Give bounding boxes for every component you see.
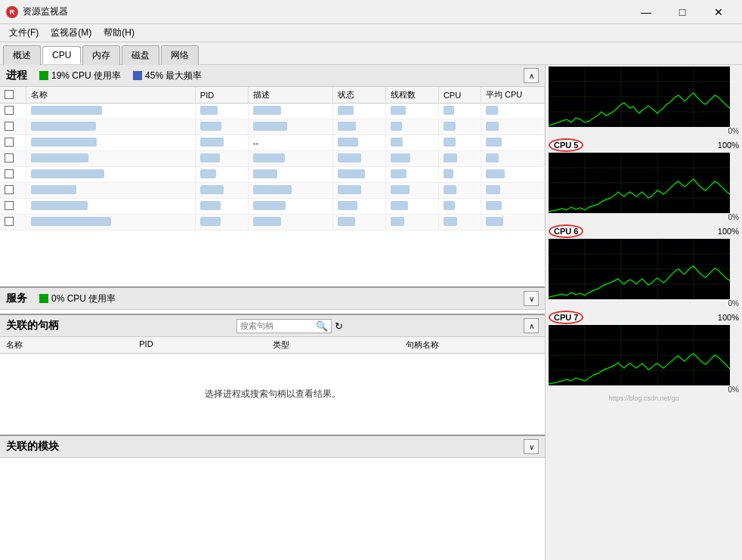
- maximize-button[interactable]: □: [665, 2, 700, 23]
- modules-section-header[interactable]: 关联的模块 ∨: [0, 436, 545, 458]
- cpu7-bottom-pct: 0%: [549, 385, 739, 394]
- tab-network[interactable]: 网络: [161, 45, 199, 65]
- left-panel: 进程 19% CPU 使用率 45% 最大频率 ∧: [0, 65, 546, 560]
- table-row[interactable]: [0, 215, 545, 230]
- table-row[interactable]: [0, 151, 545, 167]
- col-threads[interactable]: 线程数: [385, 87, 438, 104]
- search-icon[interactable]: 🔍: [316, 320, 328, 332]
- handles-table-header: 名称 PID 类型 句柄名称: [0, 337, 545, 354]
- cpu5-bottom-pct: 0%: [549, 213, 739, 221]
- refresh-icon[interactable]: ↻: [335, 320, 343, 332]
- table-row[interactable]: --: [0, 135, 545, 151]
- cpu6-top-pct: 100%: [718, 227, 739, 236]
- col-pid[interactable]: PID: [195, 87, 248, 104]
- watermark: https://blog.csdn.net/go: [549, 394, 739, 403]
- handles-col-name: 名称: [6, 339, 139, 351]
- handles-empty-text: 选择进程或搜索句柄以查看结果。: [205, 388, 341, 401]
- blurred-cell: [391, 201, 408, 210]
- col-status[interactable]: 状态: [332, 87, 385, 104]
- cell-value: --: [248, 135, 332, 151]
- handles-collapse-btn[interactable]: ∧: [524, 318, 539, 333]
- tab-disk[interactable]: 磁盘: [122, 45, 159, 65]
- cpu-graph-pct-top: 0%: [549, 127, 739, 135]
- minimize-button[interactable]: —: [629, 2, 663, 23]
- handles-empty-message: 选择进程或搜索句柄以查看结果。: [0, 354, 545, 435]
- table-row[interactable]: [0, 199, 545, 215]
- col-desc[interactable]: 描述: [248, 87, 332, 104]
- col-cpu[interactable]: CPU: [438, 87, 481, 104]
- blurred-cell: [486, 138, 502, 147]
- cpu-graph-svg-top: [549, 67, 730, 127]
- main-container: 进程 19% CPU 使用率 45% 最大频率 ∧: [0, 65, 742, 560]
- blurred-cell: [486, 185, 500, 194]
- services-title: 服务: [6, 292, 27, 305]
- services-stats: 0% CPU 使用率: [39, 292, 524, 305]
- process-collapse-btn[interactable]: ∧: [524, 68, 539, 83]
- blurred-cell: [200, 153, 221, 162]
- blurred-cell: [200, 169, 216, 178]
- blurred-cell: [253, 217, 281, 226]
- row-checkbox[interactable]: [5, 138, 14, 147]
- search-box[interactable]: 🔍: [237, 319, 332, 333]
- col-checkbox[interactable]: [0, 87, 26, 104]
- service-cpu-label: 0% CPU 使用率: [51, 292, 116, 305]
- blurred-cell: [253, 153, 286, 162]
- blurred-cell: [31, 106, 102, 115]
- row-checkbox[interactable]: [5, 153, 14, 162]
- blurred-cell: [391, 106, 406, 115]
- blurred-cell: [444, 153, 457, 162]
- cpu7-label-row: CPU 7 100%: [549, 311, 739, 324]
- blurred-cell: [391, 122, 402, 131]
- title-bar: R 资源监视器 — □ ✕: [0, 0, 742, 24]
- tab-memory[interactable]: 内存: [82, 45, 120, 65]
- tab-cpu[interactable]: CPU: [42, 46, 81, 64]
- row-checkbox[interactable]: [5, 185, 14, 194]
- row-checkbox[interactable]: [5, 217, 14, 226]
- menu-monitor[interactable]: 监视器(M): [45, 25, 97, 41]
- col-avg-cpu[interactable]: 平均 CPU: [481, 87, 544, 104]
- cpu-graph-canvas-5: [549, 153, 730, 213]
- cpu-graph-7: CPU 7 100% 0% https://blog.csdn.net/g: [546, 309, 742, 404]
- services-collapse-btn[interactable]: ∨: [524, 291, 539, 306]
- search-input[interactable]: [240, 321, 316, 330]
- right-panel: 0% CPU 5 100%: [546, 65, 742, 560]
- title-bar-left: R 资源监视器: [6, 5, 68, 18]
- process-section-header[interactable]: 进程 19% CPU 使用率 45% 最大频率 ∧: [0, 65, 545, 87]
- modules-collapse-btn[interactable]: ∨: [524, 439, 539, 454]
- services-section-header[interactable]: 服务 0% CPU 使用率 ∨: [0, 288, 545, 310]
- cpu-graph-svg-7: [549, 325, 730, 385]
- blurred-cell: [391, 153, 410, 162]
- window-controls[interactable]: — □ ✕: [629, 2, 736, 23]
- blurred-cell: [31, 169, 104, 178]
- process-table-container[interactable]: 名称 PID 描述 状态 线程数 CPU 平均 CPU --: [0, 87, 545, 286]
- blurred-cell: [338, 122, 357, 131]
- col-name[interactable]: 名称: [26, 87, 195, 104]
- blurred-cell: [444, 217, 457, 226]
- blurred-cell: [200, 138, 224, 147]
- blurred-cell: [200, 217, 221, 226]
- table-row[interactable]: [0, 183, 545, 199]
- menu-help[interactable]: 帮助(H): [97, 25, 141, 41]
- blurred-cell: [31, 153, 88, 162]
- process-stats: 19% CPU 使用率 45% 最大频率: [39, 70, 524, 82]
- app-icon: R: [6, 6, 18, 18]
- blurred-cell: [31, 138, 97, 147]
- row-checkbox[interactable]: [5, 122, 14, 131]
- blurred-cell: [391, 169, 407, 178]
- cpu7-label: CPU 7: [549, 311, 583, 324]
- row-checkbox[interactable]: [5, 169, 14, 178]
- blurred-cell: [338, 201, 357, 210]
- cpu-graph-svg-5: [549, 153, 730, 213]
- blurred-cell: [31, 217, 111, 226]
- row-checkbox[interactable]: [5, 201, 14, 210]
- header-checkbox[interactable]: [5, 90, 14, 99]
- row-checkbox[interactable]: [5, 106, 14, 115]
- tab-overview[interactable]: 概述: [3, 45, 41, 65]
- cpu-graph-svg-6: [549, 239, 730, 299]
- table-row[interactable]: [0, 119, 545, 135]
- table-row[interactable]: [0, 104, 545, 119]
- blurred-cell: [444, 169, 453, 178]
- close-button[interactable]: ✕: [701, 2, 736, 23]
- table-row[interactable]: [0, 167, 545, 183]
- menu-file[interactable]: 文件(F): [3, 25, 45, 41]
